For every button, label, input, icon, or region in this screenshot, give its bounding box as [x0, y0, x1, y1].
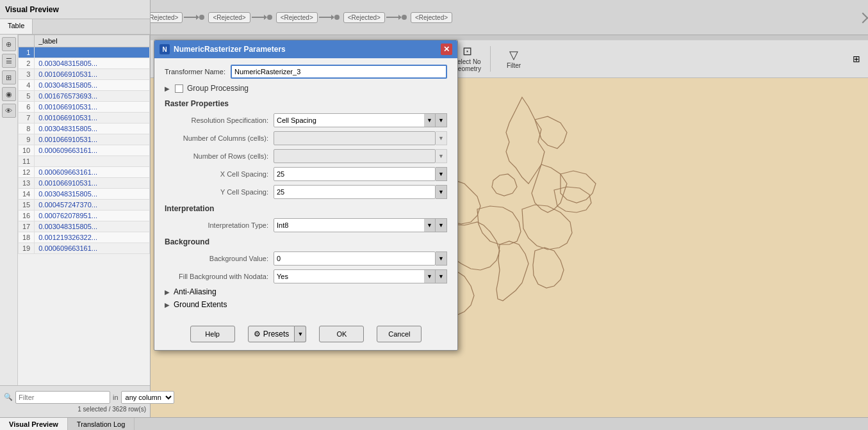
row-number: 4	[19, 80, 35, 91]
pipeline-arrow	[319, 17, 332, 18]
anti-aliasing-row[interactable]: ▶ Anti-Aliasing	[165, 287, 447, 296]
row-number: 3	[19, 69, 35, 80]
table-row[interactable]: 11	[19, 156, 150, 167]
group-processing-checkbox[interactable]	[175, 84, 183, 93]
row-value: 0.001066910531...	[35, 134, 150, 145]
bottom-tab-visual-preview[interactable]: Visual Preview	[0, 418, 68, 430]
table-row[interactable]: 120.000609663161...	[19, 167, 150, 178]
interpretation-type-label: Interpretation Type:	[165, 221, 274, 229]
pipeline-box: <Rejected>	[343, 12, 385, 23]
table-row[interactable]: 90.001066910531...	[19, 134, 150, 145]
row-value: 0.000457247370...	[35, 200, 150, 211]
table-row[interactable]: 190.000609663161...	[19, 243, 150, 254]
num-rows-dropdown-btn: ▼	[436, 149, 447, 163]
background-value-input[interactable]	[274, 251, 436, 266]
resolution-spec-select-wrap: Cell Spacing ▼	[274, 113, 436, 127]
table-row[interactable]: 160.000762078951...	[19, 211, 150, 221]
cancel-button[interactable]: Cancel	[377, 326, 422, 342]
row-number: 11	[19, 156, 35, 167]
row-value: 0.001066910531...	[35, 102, 150, 113]
table-row[interactable]: 100.000609663161...	[19, 145, 150, 156]
bottom-tab-translation-log[interactable]: Translation Log	[68, 418, 135, 430]
panel-icon-1[interactable]: ⊕	[2, 37, 16, 51]
filter-button[interactable]: ▽ Filter	[495, 42, 533, 76]
ground-extents-label: Ground Extents	[174, 300, 227, 309]
table-row[interactable]: 180.001219326322...	[19, 232, 150, 243]
x-cell-spacing-wrap: ▼	[274, 167, 447, 181]
fill-bg-nodata-dropdown-btn[interactable]: ▼	[436, 269, 447, 283]
pipeline-node: <Rejected>	[141, 12, 206, 23]
table-scroll[interactable]: _label 120.003048315805...30.00106691053…	[18, 35, 150, 385]
presets-label: Presets	[263, 330, 290, 338]
table-row[interactable]: 140.003048315805...	[19, 189, 150, 200]
x-cell-spacing-row: X Cell Spacing: ▼	[165, 167, 447, 181]
filter-column-select[interactable]: any column	[121, 391, 174, 404]
panel-icon-3[interactable]: ⊞	[2, 70, 16, 84]
presets-button[interactable]: ⚙ Presets	[248, 326, 295, 342]
x-cell-spacing-dropdown-btn[interactable]: ▼	[436, 167, 447, 181]
resolution-spec-select[interactable]: Cell Spacing	[274, 113, 436, 127]
fill-bg-nodata-select[interactable]: Yes	[274, 269, 436, 283]
anti-aliasing-expand[interactable]: ▶	[165, 289, 170, 296]
table-row[interactable]: 40.003048315805...	[19, 80, 150, 91]
col-label-header[interactable]: _label	[35, 35, 150, 47]
table-row[interactable]: 60.001066910531...	[19, 102, 150, 113]
table-row[interactable]: 1	[19, 47, 150, 58]
y-cell-spacing-input[interactable]	[274, 185, 436, 199]
row-value: 0.001066910531...	[35, 69, 150, 80]
table-row[interactable]: 30.001066910531...	[19, 69, 150, 80]
toolbar-expand-icon[interactable]: ⊞	[850, 51, 863, 67]
table-row[interactable]: 50.001676573693...	[19, 91, 150, 102]
pipeline-dot	[267, 15, 272, 20]
background-value-label: Background Value:	[165, 255, 274, 262]
pipeline-dot	[402, 15, 407, 20]
dialog-titlebar: N NumericRasterizer Parameters ✕	[154, 40, 457, 58]
table-row[interactable]: 80.003048315805...	[19, 123, 150, 134]
resolution-spec-dropdown-btn[interactable]: ▼	[436, 113, 447, 127]
transformer-name-row: Transformer Name:	[165, 65, 447, 79]
dialog-buttons: Help ⚙ Presets ▼ OK Cancel	[154, 321, 457, 350]
interpretation-type-dropdown-btn[interactable]: ▼	[436, 218, 447, 232]
table-row[interactable]: 150.000457247370...	[19, 200, 150, 211]
fill-bg-nodata-label: Fill Background with Nodata:	[165, 273, 274, 280]
ground-extents-expand[interactable]: ▶	[165, 301, 170, 308]
interpretation-type-select[interactable]: Int8	[274, 218, 436, 232]
table-row[interactable]: 70.001066910531...	[19, 113, 150, 123]
table-row[interactable]: 130.001066910531...	[19, 178, 150, 189]
raster-properties-header: Raster Properties	[165, 99, 447, 108]
dialog-close-button[interactable]: ✕	[441, 44, 452, 55]
row-value: 0.001066910531...	[35, 113, 150, 123]
num-rows-wrap: ▼	[274, 149, 447, 163]
interpretation-type-wrap: Int8 ▼ ▼	[274, 218, 447, 232]
panel-icon-4[interactable]: ◉	[2, 87, 16, 101]
filter-label: Filter	[507, 62, 521, 69]
dialog: N NumericRasterizer Parameters ✕ Transfo…	[154, 40, 458, 351]
transformer-name-input[interactable]	[231, 65, 447, 79]
background-value-dropdown-btn[interactable]: ▼	[436, 251, 447, 266]
filter-icon: ▽	[509, 49, 518, 61]
background-header: Background	[165, 237, 447, 246]
ground-extents-row[interactable]: ▶ Ground Extents	[165, 300, 447, 309]
row-number: 1	[19, 47, 35, 58]
row-number: 10	[19, 145, 35, 156]
row-number: 2	[19, 58, 35, 69]
pipeline-node: <Rejected>	[276, 12, 341, 23]
panel-icon-2[interactable]: ☰	[2, 54, 16, 68]
y-cell-spacing-dropdown-btn[interactable]: ▼	[436, 185, 447, 199]
presets-dropdown-button[interactable]: ▼	[295, 326, 306, 342]
anti-aliasing-label: Anti-Aliasing	[174, 287, 217, 296]
help-button[interactable]: Help	[190, 326, 235, 342]
ok-button[interactable]: OK	[319, 326, 364, 342]
panel-icon-5[interactable]: 👁	[2, 104, 16, 118]
x-cell-spacing-input[interactable]	[274, 167, 436, 181]
tab-table[interactable]: Table	[0, 19, 33, 34]
toolbar-right: ⊞	[850, 51, 863, 67]
filter-input[interactable]	[15, 391, 110, 404]
row-value: 0.000609663161...	[35, 167, 150, 178]
group-processing-expand[interactable]: ▶	[165, 85, 170, 92]
y-cell-spacing-wrap: ▼	[274, 185, 447, 199]
table-row[interactable]: 20.003048315805...	[19, 58, 150, 69]
resolution-spec-wrap: Cell Spacing ▼ ▼	[274, 113, 447, 127]
fill-bg-nodata-wrap: Yes ▼ ▼	[274, 269, 447, 283]
table-row[interactable]: 170.003048315805...	[19, 221, 150, 232]
